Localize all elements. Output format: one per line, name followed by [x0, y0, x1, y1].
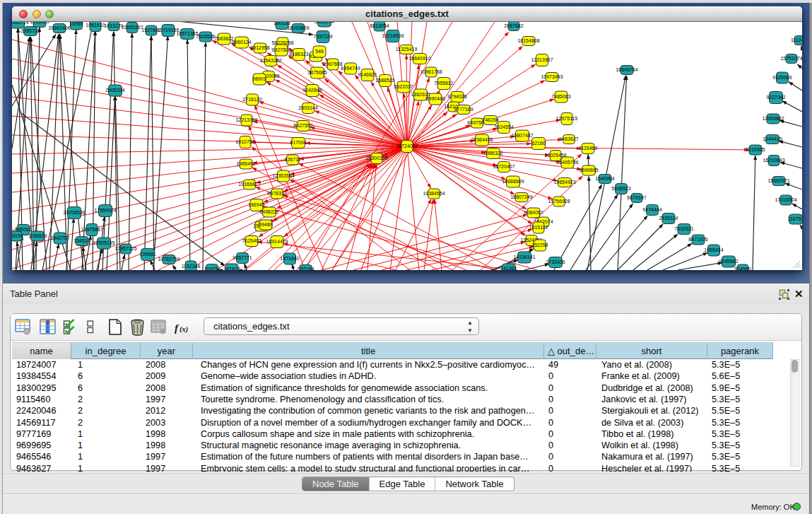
- svg-text:1905519: 1905519: [30, 22, 49, 24]
- svg-text:17957225: 17957225: [114, 246, 136, 251]
- svg-text:17016504: 17016504: [775, 197, 796, 202]
- svg-text:98901: 98901: [252, 76, 266, 81]
- svg-text:14136141: 14136141: [513, 255, 535, 259]
- svg-text:62160: 62160: [531, 141, 546, 146]
- svg-text:7955812: 7955812: [434, 81, 453, 86]
- svg-text:8960124: 8960124: [232, 40, 251, 45]
- svg-text:12353594: 12353594: [272, 173, 294, 178]
- svg-text:9115460: 9115460: [579, 146, 598, 151]
- svg-text:157164: 157164: [298, 267, 314, 270]
- svg-text:8613074: 8613074: [314, 22, 334, 24]
- svg-text:12093882: 12093882: [762, 116, 784, 121]
- svg-text:5322037: 5322037: [394, 84, 413, 89]
- svg-text:16914479: 16914479: [266, 239, 288, 244]
- svg-text:25300205: 25300205: [365, 156, 387, 160]
- svg-text:10782759: 10782759: [158, 257, 180, 262]
- svg-text:9463627: 9463627: [559, 136, 578, 141]
- svg-text:1640954: 1640954: [595, 176, 614, 181]
- svg-text:7663822: 7663822: [214, 36, 233, 41]
- svg-text:12213967: 12213967: [531, 57, 553, 62]
- svg-text:10543382: 10543382: [259, 58, 281, 63]
- svg-text:15720407: 15720407: [493, 164, 514, 169]
- svg-text:2935114: 2935114: [659, 216, 678, 221]
- svg-text:1112403: 1112403: [791, 37, 802, 42]
- svg-text:15692971: 15692971: [767, 178, 789, 183]
- svg-text:119234: 119234: [204, 267, 220, 270]
- svg-text:f: f: [175, 322, 180, 334]
- svg-text:16648784: 16648784: [616, 67, 637, 72]
- svg-text:16033809: 16033809: [287, 25, 309, 30]
- svg-text:141361: 141361: [500, 266, 517, 270]
- svg-text:10973493: 10973493: [541, 74, 563, 79]
- svg-text:109581: 109581: [139, 252, 155, 257]
- svg-text:16495796: 16495796: [556, 160, 578, 165]
- svg-text:1571640: 1571640: [280, 256, 299, 261]
- svg-text:18724007: 18724007: [396, 144, 418, 148]
- svg-text:2055721: 2055721: [20, 28, 40, 33]
- svg-text:9777169: 9777169: [454, 107, 473, 112]
- svg-text:6679197: 6679197: [627, 195, 646, 200]
- svg-text:2718120: 2718120: [242, 97, 261, 102]
- svg-text:14055714: 14055714: [12, 22, 29, 25]
- svg-text:20206536: 20206536: [63, 210, 85, 215]
- svg-text:2087682: 2087682: [504, 23, 523, 28]
- svg-text:8990448: 8990448: [425, 96, 445, 101]
- svg-text:9474444: 9474444: [642, 207, 661, 212]
- svg-text:12213369: 12213369: [235, 117, 257, 122]
- svg-text:917004: 917004: [290, 140, 306, 145]
- svg-text:12505135: 12505135: [93, 240, 114, 245]
- svg-text:7986322: 7986322: [483, 151, 502, 156]
- svg-text:18640910: 18640910: [408, 56, 430, 61]
- svg-text:7485063: 7485063: [551, 94, 570, 99]
- svg-text:99489: 99489: [259, 222, 273, 227]
- svg-text:19975887: 19975887: [81, 227, 102, 232]
- svg-text:16571355: 16571355: [176, 31, 198, 36]
- svg-text:1244415: 1244415: [763, 136, 782, 141]
- svg-text:9329966: 9329966: [772, 75, 792, 80]
- svg-text:9084067: 9084067: [524, 210, 543, 215]
- svg-text:166945: 166945: [248, 202, 264, 207]
- svg-text:20691406: 20691406: [48, 25, 70, 30]
- svg-text:1010755: 1010755: [235, 139, 254, 144]
- svg-text:10961788: 10961788: [420, 69, 442, 74]
- svg-text:116753: 116753: [788, 216, 802, 221]
- svg-text:252254: 252254: [531, 243, 548, 247]
- svg-text:167827: 167827: [223, 267, 240, 270]
- svg-text:19756928: 19756928: [548, 199, 570, 204]
- svg-text:7625402: 7625402: [242, 238, 261, 243]
- svg-text:1588520: 1588520: [375, 78, 394, 83]
- svg-text:2967608: 2967608: [323, 62, 342, 66]
- svg-text:12975115: 12975115: [556, 116, 578, 121]
- svg-text:16955: 16955: [69, 22, 83, 26]
- svg-text:39154: 39154: [12, 233, 23, 238]
- svg-text:2905334: 2905334: [105, 88, 124, 93]
- svg-text:9227342: 9227342: [766, 95, 785, 100]
- svg-text:17559924: 17559924: [94, 208, 116, 213]
- svg-text:9242848: 9242848: [302, 88, 322, 93]
- svg-text:19166827: 19166827: [238, 182, 260, 187]
- svg-text:3624554: 3624554: [494, 124, 513, 129]
- svg-text:8471676: 8471676: [688, 237, 707, 242]
- svg-text:16210643: 16210643: [763, 158, 784, 163]
- svg-text:5938923: 5938923: [611, 186, 630, 191]
- svg-text:924560: 924560: [734, 267, 751, 270]
- svg-text:826711: 826711: [285, 157, 301, 162]
- svg-text:9857771: 9857771: [233, 255, 252, 260]
- svg-text:746266: 746266: [482, 117, 498, 122]
- svg-text:9146821: 9146821: [358, 72, 377, 77]
- svg-text:3875685: 3875685: [307, 70, 326, 75]
- svg-text:15751074: 15751074: [780, 56, 802, 61]
- svg-text:(x): (x): [180, 325, 188, 334]
- svg-text:1065414: 1065414: [704, 247, 723, 252]
- svg-text:7357224: 7357224: [313, 34, 332, 39]
- svg-text:18807249: 18807249: [510, 194, 532, 199]
- svg-text:10655267: 10655267: [121, 25, 143, 30]
- svg-text:1192348: 1192348: [182, 264, 201, 269]
- svg-text:8215955: 8215955: [746, 147, 765, 152]
- svg-text:1615112: 1615112: [529, 225, 548, 230]
- svg-text:8912958: 8912958: [250, 45, 269, 50]
- svg-text:10688609: 10688609: [502, 179, 524, 184]
- svg-text:1498222: 1498222: [259, 209, 278, 214]
- svg-text:154519: 154519: [73, 238, 90, 243]
- svg-text:9699695: 9699695: [579, 168, 598, 173]
